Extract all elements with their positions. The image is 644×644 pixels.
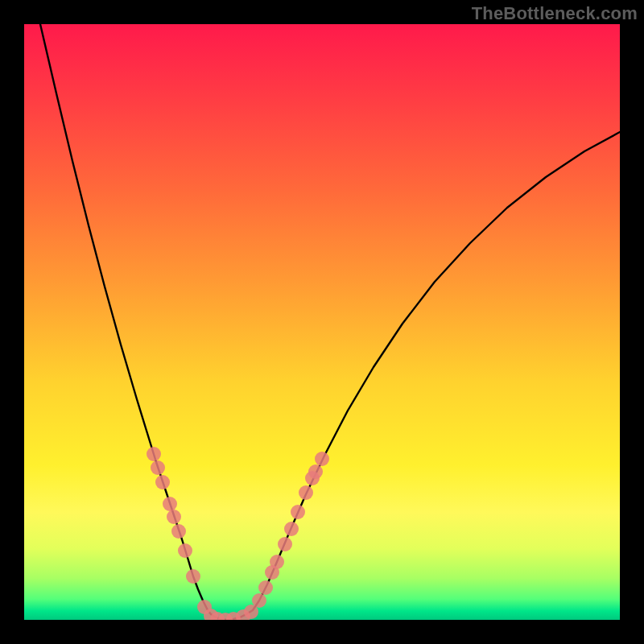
highlight-dot: [278, 537, 292, 551]
highlight-dot: [163, 497, 177, 511]
curve-layer: [24, 24, 620, 620]
highlight-dot: [270, 555, 284, 569]
highlight-dot: [167, 510, 181, 524]
highlight-dot: [291, 505, 305, 519]
highlight-dot: [186, 569, 200, 584]
highlight-dot: [258, 580, 273, 595]
highlight-dot: [284, 522, 299, 536]
highlight-dot: [308, 464, 323, 479]
highlight-dot: [252, 593, 266, 608]
highlight-dot: [155, 475, 170, 489]
plot-area: [24, 24, 620, 620]
highlight-dot: [147, 447, 161, 461]
highlight-dot: [151, 460, 165, 475]
highlight-dots-group: [147, 447, 329, 620]
chart-frame: TheBottleneck.com: [0, 0, 644, 644]
highlight-dot: [171, 524, 186, 539]
bottleneck-curve: [40, 24, 620, 620]
watermark-text: TheBottleneck.com: [472, 3, 638, 24]
highlight-dot: [299, 485, 313, 500]
highlight-dot: [315, 452, 329, 466]
highlight-dot: [178, 543, 192, 558]
